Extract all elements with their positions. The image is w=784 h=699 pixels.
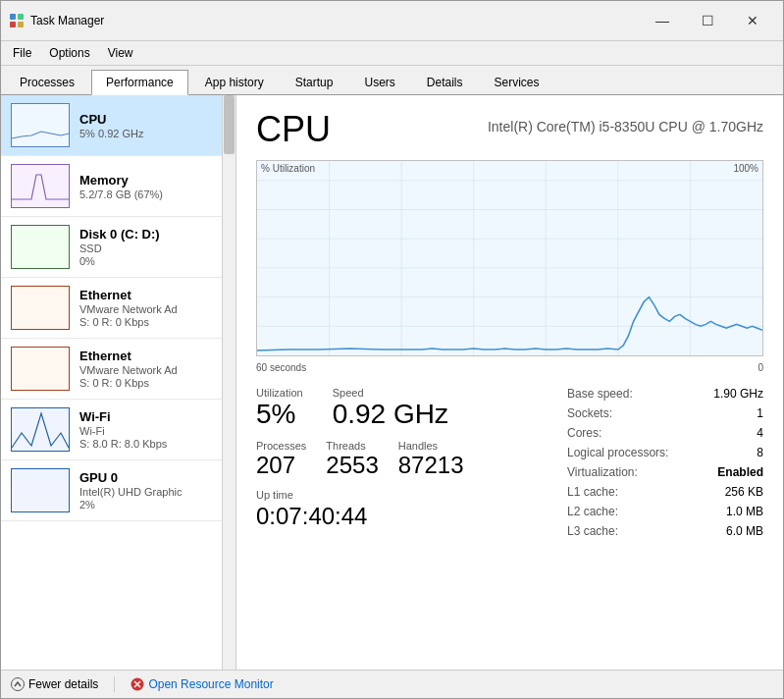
spec-l3: L3 cache: 6.0 MB	[567, 524, 763, 538]
title-bar: Task Manager — ☐ ✕	[1, 1, 783, 41]
spec-base-speed: Base speed: 1.90 GHz	[567, 387, 763, 401]
svg-point-23	[12, 678, 25, 691]
gpu-title: GPU 0	[79, 470, 226, 485]
chart-y-label: % Utilization	[261, 163, 315, 174]
tab-startup[interactable]: Startup	[281, 70, 348, 94]
disk-sub2: 0%	[79, 255, 226, 267]
speed-block: Speed 0.92 GHz	[333, 387, 448, 428]
wifi-title: Wi-Fi	[79, 409, 226, 424]
svg-rect-4	[12, 104, 69, 146]
cpu-sub: 5% 0.92 GHz	[79, 128, 226, 139]
menu-view[interactable]: View	[100, 43, 141, 63]
l3-label: L3 cache:	[567, 524, 618, 538]
sidebar-scroll-thumb	[224, 95, 235, 154]
tab-processes[interactable]: Processes	[5, 70, 89, 94]
sidebar-scrollbar[interactable]	[222, 95, 235, 670]
ethernet2-title: Ethernet	[79, 349, 226, 363]
processes-block: Processes 207	[256, 440, 306, 477]
logical-label: Logical processors:	[567, 446, 668, 459]
svg-rect-1	[18, 14, 24, 20]
utilization-speed-row: Utilization 5% Speed 0.92 GHz	[256, 387, 548, 428]
gpu-thumbnail	[11, 468, 70, 512]
sidebar-item-ethernet2[interactable]: Ethernet VMware Network Ad S: 0 R: 0 Kbp…	[1, 339, 235, 400]
l2-value: 1.0 MB	[726, 505, 763, 518]
spec-l2: L2 cache: 1.0 MB	[567, 505, 763, 518]
minimize-button[interactable]: —	[640, 7, 685, 34]
chart-y-max: 100%	[733, 163, 758, 174]
stats-section: Utilization 5% Speed 0.92 GHz Processes …	[256, 387, 548, 544]
maximize-button[interactable]: ☐	[685, 7, 730, 34]
svg-rect-5	[12, 165, 69, 207]
gpu-sub1: Intel(R) UHD Graphic	[79, 486, 226, 498]
sidebar-item-cpu[interactable]: CPU 5% 0.92 GHz	[1, 95, 235, 156]
tab-users[interactable]: Users	[349, 70, 409, 94]
ethernet2-info: Ethernet VMware Network Ad S: 0 R: 0 Kbp…	[79, 349, 226, 389]
tab-app-history[interactable]: App history	[190, 70, 279, 94]
disk-title: Disk 0 (C: D:)	[79, 227, 226, 242]
ethernet1-thumbnail	[11, 286, 70, 330]
l1-label: L1 cache:	[567, 485, 618, 499]
cpu-chart: % Utilization 100%	[256, 160, 763, 356]
tab-details[interactable]: Details	[412, 70, 478, 94]
close-button[interactable]: ✕	[730, 7, 775, 34]
disk-info: Disk 0 (C: D:) SSD 0%	[79, 227, 226, 267]
sidebar-item-memory[interactable]: Memory 5.2/7.8 GB (67%)	[1, 156, 235, 217]
wifi-sub2: S: 8.0 R: 8.0 Kbps	[79, 438, 226, 450]
l3-value: 6.0 MB	[726, 524, 763, 538]
tab-services[interactable]: Services	[480, 70, 554, 94]
menu-options[interactable]: Options	[41, 43, 97, 63]
menu-file[interactable]: File	[5, 43, 39, 63]
tab-performance[interactable]: Performance	[91, 70, 188, 95]
sidebar-item-ethernet1[interactable]: Ethernet VMware Network Ad S: 0 R: 0 Kbp…	[1, 278, 235, 339]
l2-label: L2 cache:	[567, 505, 618, 518]
sockets-label: Sockets:	[567, 406, 612, 420]
sidebar-item-gpu[interactable]: GPU 0 Intel(R) UHD Graphic 2%	[1, 460, 235, 521]
utilization-value: 5%	[256, 401, 303, 428]
main-content: CPU 5% 0.92 GHz Memory 5.2/7.8 GB (67%)	[1, 95, 783, 670]
memory-info: Memory 5.2/7.8 GB (67%)	[79, 173, 226, 200]
cpu-header: CPU Intel(R) Core(TM) i5-8350U CPU @ 1.7…	[256, 109, 763, 150]
disk-sub1: SSD	[79, 242, 226, 254]
gpu-sub2: 2%	[79, 499, 226, 511]
svg-rect-0	[10, 14, 16, 20]
handles-label: Handles	[398, 440, 464, 452]
processes-value: 207	[256, 454, 306, 477]
spec-cores: Cores: 4	[567, 426, 763, 440]
cpu-panel-title: CPU	[256, 109, 331, 150]
task-manager-window: Task Manager — ☐ ✕ File Options View Pro…	[0, 0, 784, 699]
wifi-sub1: Wi-Fi	[79, 425, 226, 437]
base-speed-label: Base speed:	[567, 387, 633, 401]
resource-monitor-icon	[131, 677, 144, 691]
open-resource-label: Open Resource Monitor	[148, 677, 273, 691]
ethernet1-title: Ethernet	[79, 288, 226, 302]
svg-rect-7	[12, 287, 69, 329]
svg-rect-6	[12, 226, 69, 268]
menu-bar: File Options View	[1, 41, 783, 66]
open-resource-monitor-link[interactable]: Open Resource Monitor	[131, 677, 273, 691]
sidebar-item-wifi[interactable]: Wi-Fi Wi-Fi S: 8.0 R: 8.0 Kbps	[1, 400, 235, 460]
handles-block: Handles 87213	[398, 440, 464, 477]
memory-thumbnail	[11, 164, 70, 208]
processes-label: Processes	[256, 440, 306, 452]
logical-value: 8	[757, 446, 763, 459]
ethernet2-sub2: S: 0 R: 0 Kbps	[79, 377, 226, 389]
ethernet1-info: Ethernet VMware Network Ad S: 0 R: 0 Kbp…	[79, 288, 226, 328]
svg-rect-3	[18, 22, 24, 27]
stats-specs-row: Utilization 5% Speed 0.92 GHz Processes …	[256, 387, 763, 544]
virt-label: Virtualization:	[567, 465, 638, 479]
uptime-value: 0:07:40:44	[256, 503, 548, 530]
cores-label: Cores:	[567, 426, 601, 440]
chevron-up-icon	[11, 677, 25, 691]
spec-l1: L1 cache: 256 KB	[567, 485, 763, 499]
bottom-divider	[114, 676, 115, 692]
chart-time-labels: 60 seconds 0	[256, 362, 763, 373]
uptime-block: Up time 0:07:40:44	[256, 489, 548, 530]
cpu-detail-panel: CPU Intel(R) Core(TM) i5-8350U CPU @ 1.7…	[236, 95, 783, 670]
utilization-label: Utilization	[256, 387, 303, 399]
fewer-details-button[interactable]: Fewer details	[11, 677, 98, 691]
sidebar-item-disk[interactable]: Disk 0 (C: D:) SSD 0%	[1, 217, 235, 278]
gpu-info: GPU 0 Intel(R) UHD Graphic 2%	[79, 470, 226, 511]
ethernet2-thumbnail	[11, 347, 70, 391]
cores-value: 4	[757, 426, 763, 440]
wifi-thumbnail	[11, 407, 70, 452]
